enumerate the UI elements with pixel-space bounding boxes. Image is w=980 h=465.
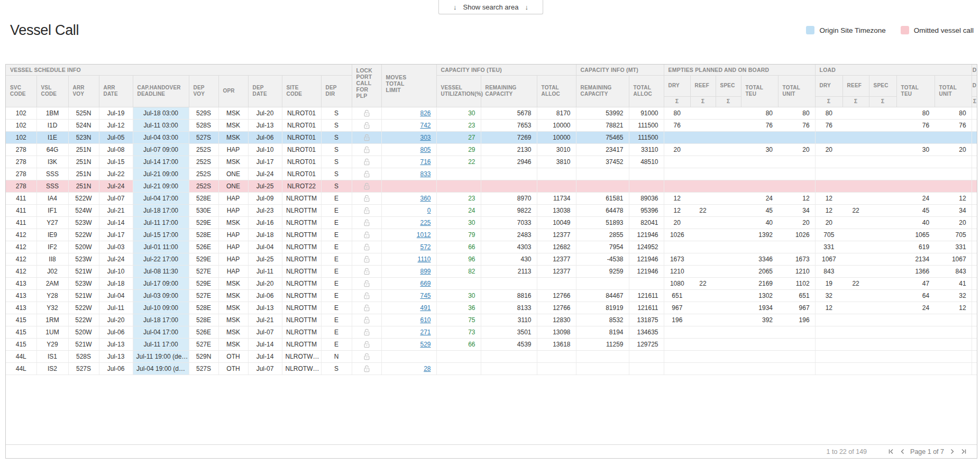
column-empties-reef[interactable]: REEF (690, 75, 716, 96)
column-load-total-unit[interactable]: TOTAL UNIT (935, 75, 972, 107)
column-arr-voy[interactable]: ARR VOY (68, 75, 99, 107)
column-load-total-teu[interactable]: TOTAL TEU (896, 75, 935, 107)
column-moves-total-limit[interactable]: MOVES TOTAL LIMIT (381, 65, 436, 107)
table-row[interactable]: 4151RM522WJul-20Jul-18 17:00528EMSKJul-2… (6, 314, 977, 326)
lock-icon[interactable] (363, 243, 370, 251)
lock-icon[interactable] (363, 353, 370, 360)
column-vsl-code[interactable]: VSL CODE (36, 75, 68, 107)
eDry-cell: 967 (664, 302, 690, 314)
column-total-alloc-teu[interactable]: TOTAL ALLOC (537, 75, 576, 107)
moves-total-limit-link[interactable]: 745 (420, 292, 431, 299)
lock-icon[interactable] (363, 122, 370, 129)
lock-icon[interactable] (363, 292, 370, 299)
moves-total-limit-link[interactable]: 271 (420, 329, 431, 336)
lock-icon[interactable] (363, 170, 370, 178)
column-vessel-utilization[interactable]: VESSEL UTILIZATION(%) (436, 75, 481, 107)
table-row[interactable]: 411IA4522WJul-07Jul-04 17:00528EHAPJul-0… (6, 192, 977, 204)
moves-total-limit-link[interactable]: 572 (420, 243, 431, 251)
last-page-icon[interactable] (958, 446, 969, 457)
column-dep-dir[interactable]: DEP DIR (321, 75, 352, 107)
table-row[interactable]: 4151UM520WJul-06Jul-04 17:00526EMSKJul-0… (6, 326, 977, 338)
eSpec-cell (716, 156, 741, 168)
column-remaining-capacity-teu[interactable]: REMAINING CAPACITY (481, 75, 537, 107)
lock-icon[interactable] (363, 280, 370, 287)
moves-total-limit-link[interactable]: 529 (420, 341, 431, 348)
lock-icon[interactable] (363, 304, 370, 312)
column-dep-voy[interactable]: DEP VOY (189, 75, 218, 107)
column-remaining-capacity-mt[interactable]: REMAINING CAPACITY (576, 75, 629, 107)
table-row[interactable]: 412IE9522WJul-17Jul-15 17:00528EHAPJul-1… (6, 229, 977, 241)
moves-total-limit-link[interactable]: 491 (420, 304, 431, 312)
table-row[interactable]: 412II8523WJul-24Jul-22 17:00529EHAPJul-2… (6, 253, 977, 265)
moves-total-limit-link[interactable]: 833 (420, 170, 431, 178)
remMt-cell: 8194 (576, 326, 629, 338)
show-search-area-button[interactable]: ↓ Show search area ↓ (438, 0, 543, 14)
column-load-reef[interactable]: REEF (842, 75, 869, 96)
lock-icon[interactable] (363, 341, 370, 348)
moves-total-limit-link[interactable]: 0 (427, 207, 431, 214)
moves-total-limit-link[interactable]: 1012 (417, 231, 431, 239)
moves-total-limit-link[interactable]: 669 (420, 280, 431, 287)
moves-total-limit-link[interactable]: 716 (420, 158, 431, 166)
lock-icon[interactable] (363, 183, 370, 190)
moves-total-limit-link[interactable]: 1110 (418, 256, 431, 263)
lock-icon[interactable] (363, 134, 370, 141)
table-row[interactable]: 44LIS1528SJul-13Jul-11 19:00 (de…529NOTH… (6, 350, 977, 362)
column-empties-dry[interactable]: DRY (664, 75, 690, 96)
table-row[interactable]: 278SSS251NJul-24Jul-21 09:00252SONEJul-2… (6, 180, 977, 192)
lock-icon[interactable] (363, 219, 370, 226)
eUnit-cell: 1673 (778, 253, 815, 265)
moves-total-limit-link[interactable]: 826 (420, 110, 431, 117)
table-row[interactable]: 278I3K251NJul-15Jul-14 17:00252SMSKJul-1… (6, 156, 977, 168)
lock-icon[interactable] (363, 256, 370, 263)
column-empties-total-teu[interactable]: TOTAL TEU (741, 75, 778, 107)
lock-icon[interactable] (363, 207, 370, 214)
column-load-dry[interactable]: DRY (815, 75, 842, 96)
table-row[interactable]: 412IF2520WJul-03Jul-01 11:00526EHAPJul-0… (6, 241, 977, 253)
lock-icon[interactable] (363, 268, 370, 275)
table-row[interactable]: 411IF1524WJul-21Jul-18 17:00530EHAPJul-2… (6, 204, 977, 216)
moves-total-limit-link[interactable]: 360 (420, 195, 431, 202)
prev-page-icon[interactable] (896, 446, 908, 457)
table-row[interactable]: 102I1E523NJul-05Jul-04 03:00527SMSKJul-0… (6, 131, 977, 143)
lock-icon[interactable] (363, 365, 370, 372)
column-dep-date[interactable]: DEP DATE (248, 75, 282, 107)
table-row[interactable]: 44LIS2527SJul-06Jul-04 19:00 (d…527SOTHJ… (6, 362, 977, 375)
first-page-icon[interactable] (885, 446, 896, 457)
table-row[interactable]: 102I1D524NJul-12Jul-11 03:00528SMSKJul-1… (6, 119, 977, 131)
column-site-code[interactable]: SITE CODE (282, 75, 321, 107)
table-row[interactable]: 27864G251NJul-08Jul-07 09:00252SHAPJul-1… (6, 143, 977, 156)
moves-total-limit-link[interactable]: 742 (420, 122, 431, 129)
table-row[interactable]: 413Y28521WJul-04Jul-03 09:00527EMSKJul-0… (6, 289, 977, 302)
column-svc-code[interactable]: SVC CODE (6, 75, 36, 107)
column-cap-handover-deadline[interactable]: CAP.HANDOVER DEADLINE (133, 75, 189, 107)
moves-total-limit-link[interactable]: 805 (420, 146, 431, 153)
column-empties-spec[interactable]: SPEC (716, 75, 741, 96)
table-row[interactable]: 4132AM523WJul-18Jul-17 09:00529EMSKJul-2… (6, 277, 977, 289)
column-total-alloc-mt[interactable]: TOTAL ALLOC (629, 75, 664, 107)
table-row[interactable]: 278SSS251NJul-22Jul-21 09:00252SONEJul-2… (6, 168, 977, 180)
column-opr[interactable]: OPR (218, 75, 248, 107)
column-lock-port-call-for-plp[interactable]: LOCK PORT CALL FOR PLP (352, 65, 381, 107)
lock-icon[interactable] (363, 231, 370, 239)
table-row[interactable]: 415Y29521WJul-13Jul-11 17:00527EMSKJul-1… (6, 338, 977, 350)
moves-total-limit-link[interactable]: 225 (420, 219, 431, 226)
column-empties-total-unit[interactable]: TOTAL UNIT (778, 75, 815, 107)
lock-icon[interactable] (363, 195, 370, 202)
moves-total-limit-link[interactable]: 899 (420, 268, 431, 275)
next-page-icon[interactable] (946, 446, 958, 457)
lock-icon[interactable] (363, 316, 370, 324)
moves-total-limit-link[interactable]: 610 (420, 316, 431, 324)
moves-total-limit-link[interactable]: 28 (424, 365, 431, 372)
column-load-spec[interactable]: SPEC (869, 75, 896, 96)
lock-icon[interactable] (363, 329, 370, 336)
table-row[interactable]: 411Y27523WJul-14Jul-11 17:00529EMSKJul-1… (6, 216, 977, 229)
moves-total-limit-link[interactable]: 303 (420, 134, 431, 141)
table-row[interactable]: 412J02521WJul-10Jul-08 11:30527EHAPJul-1… (6, 265, 977, 277)
table-row[interactable]: 1021BM525NJul-19Jul-18 03:00529SMSKJul-2… (6, 107, 977, 119)
column-arr-date[interactable]: ARR DATE (99, 75, 133, 107)
lock-icon[interactable] (363, 110, 370, 117)
lock-icon[interactable] (363, 146, 370, 153)
table-row[interactable]: 413Y32522WJul-11Jul-10 09:00528EMSKJul-1… (6, 302, 977, 314)
lock-icon[interactable] (363, 158, 370, 166)
